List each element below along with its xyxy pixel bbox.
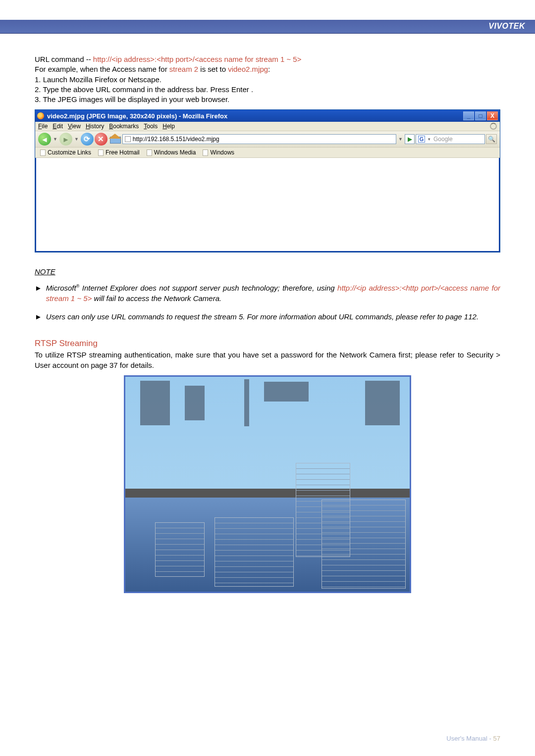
firefox-titlebar[interactable]: video2.mjpg (JPEG Image, 320x240 pixels)… <box>35 110 500 122</box>
bookmark-windows[interactable]: Windows <box>203 149 234 156</box>
bookmark-free-hotmail[interactable]: Free Hotmail <box>98 149 140 156</box>
back-button[interactable]: ◄ <box>38 133 51 146</box>
url-cmd-l2a: For example, when the Access name for <box>35 65 169 73</box>
page-footer: User's Manual - 57 <box>446 735 500 742</box>
url-cmd-l2e: : <box>268 65 270 73</box>
firefox-title: video2.mjpg (JPEG Image, 320x240 pixels)… <box>47 112 227 120</box>
firefox-toolbar: ◄ ▼ ► ▼ ⟳ ✕ http://192.168.5.151/video2.… <box>35 131 500 148</box>
bullet-icon: ► <box>35 283 42 303</box>
bookmarks-toolbar: Customize Links Free Hotmail Windows Med… <box>35 148 500 158</box>
back-dropdown-icon[interactable]: ▼ <box>52 137 58 142</box>
url-cmd-l2d: video2.mjpg <box>228 65 268 73</box>
bookmark-customize-links[interactable]: Customize Links <box>40 149 91 156</box>
firefox-menubar: File Edit View History Bookmarks Tools H… <box>35 122 500 131</box>
note-item-1: ► Microsoft® Internet Explorer does not … <box>35 283 500 303</box>
bookmark-label: Customize Links <box>48 149 91 156</box>
search-submit-button[interactable]: 🔍 <box>486 134 497 144</box>
stop-button[interactable]: ✕ <box>95 133 107 146</box>
rtsp-paragraph: To utilize RTSP streaming authentication… <box>35 350 500 370</box>
menu-view[interactable]: View <box>68 123 81 130</box>
firefox-content-area <box>35 158 500 252</box>
home-button[interactable] <box>108 134 121 145</box>
note-heading: NOTE <box>35 267 500 276</box>
go-button[interactable]: ▶ <box>405 134 415 144</box>
url-cmd-step3: 3. The JPEG images will be displayed in … <box>35 95 229 103</box>
note1-a: Microsoft <box>46 284 76 292</box>
page-icon <box>40 150 46 156</box>
url-command-block: URL command -- http://<ip address>:<http… <box>35 54 500 104</box>
note-list: ► Microsoft® Internet Explorer does not … <box>35 283 500 322</box>
bullet-icon: ► <box>35 311 42 322</box>
bookmark-label: Windows <box>210 149 234 156</box>
url-cmd-l2c: is set to <box>198 65 228 73</box>
footer-page-number: 57 <box>493 735 500 742</box>
menu-bookmarks[interactable]: Bookmarks <box>109 123 139 130</box>
favicon-icon <box>125 136 131 142</box>
page-icon <box>203 150 208 156</box>
window-maximize-button[interactable]: □ <box>475 111 486 120</box>
menu-history[interactable]: History <box>86 123 104 130</box>
menu-help[interactable]: Help <box>162 123 175 130</box>
page-icon <box>147 150 152 156</box>
footer-label: User's Manual - <box>446 735 493 742</box>
url-cmd-pre: URL command -- <box>35 55 93 63</box>
address-bar[interactable]: http://192.168.5.151/video2.mjpg <box>122 134 396 144</box>
url-cmd-l2b: stream 2 <box>169 65 198 73</box>
note-item-2: ► Users can only use URL commands to req… <box>35 311 500 322</box>
note1-b: Internet Explorer does not support serve… <box>79 284 337 292</box>
url-cmd-step2: 2. Type the above URL command in the add… <box>35 85 253 94</box>
google-icon: G <box>418 136 425 143</box>
menu-edit[interactable]: Edit <box>53 123 63 130</box>
bookmark-label: Free Hotmail <box>106 149 140 156</box>
address-dropdown-icon[interactable]: ▼ <box>397 137 404 142</box>
firefox-icon <box>37 112 44 119</box>
forward-dropdown-icon[interactable]: ▼ <box>73 137 80 142</box>
page-header-band: VIVOTEK <box>0 20 535 34</box>
url-cmd-link: http://<ip address>:<http port>/<access … <box>93 55 302 63</box>
bookmark-windows-media[interactable]: Windows Media <box>147 149 196 156</box>
firefox-window: video2.mjpg (JPEG Image, 320x240 pixels)… <box>35 109 500 252</box>
bookmark-label: Windows Media <box>154 149 196 156</box>
menu-file[interactable]: File <box>38 123 48 130</box>
search-box[interactable]: G ▾ Google <box>416 134 485 144</box>
reload-button[interactable]: ⟳ <box>81 133 94 146</box>
throbber-icon <box>490 123 497 130</box>
note2-text: Users can only use URL commands to reque… <box>46 311 479 322</box>
rtsp-heading: RTSP Streaming <box>35 339 500 349</box>
search-placeholder: Google <box>433 136 453 143</box>
menu-tools[interactable]: Tools <box>144 123 158 130</box>
address-bar-text: http://192.168.5.151/video2.mjpg <box>133 136 219 143</box>
note1-d: will fail to access the Network Camera. <box>92 294 221 302</box>
brand-label: VIVOTEK <box>488 22 525 31</box>
page-icon <box>98 150 104 156</box>
rtsp-video-preview <box>124 375 411 593</box>
url-cmd-step1: 1. Launch Mozilla Firefox or Netscape. <box>35 75 161 84</box>
window-minimize-button[interactable]: _ <box>463 111 474 120</box>
search-engine-dropdown-icon[interactable]: ▾ <box>427 137 431 142</box>
window-close-button[interactable]: X <box>487 111 498 120</box>
forward-button[interactable]: ► <box>59 133 72 146</box>
